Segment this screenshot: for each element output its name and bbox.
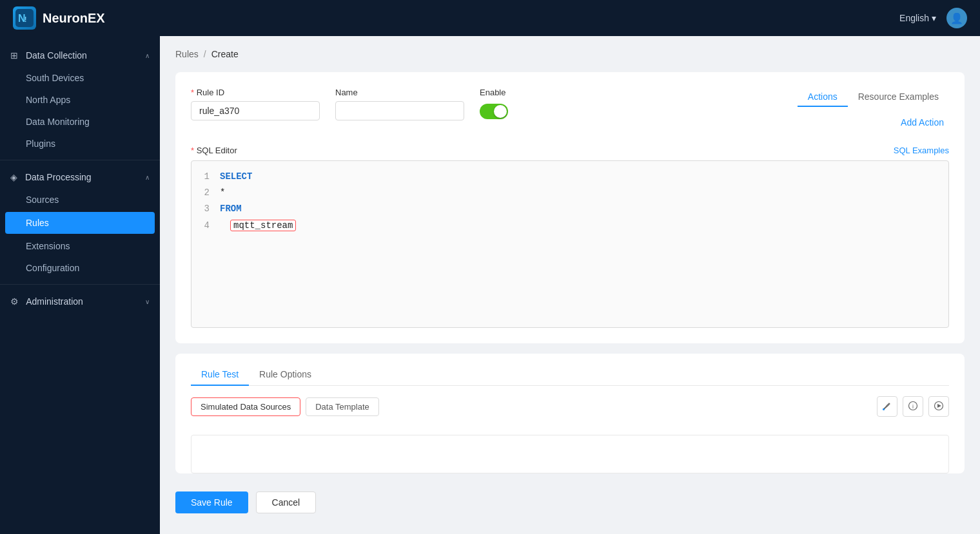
sidebar-data-processing-section: ◈ Data Processing ∧ Sources Rules Extens… [0, 163, 160, 281]
breadcrumb-current: Create [211, 49, 239, 59]
play-tool-button[interactable] [928, 396, 949, 417]
breadcrumb-rules-link[interactable]: Rules [175, 49, 199, 59]
sidebar-item-sources[interactable]: Sources [0, 189, 160, 211]
sim-buttons-row: Simulated Data Sources Data Template [191, 396, 949, 427]
name-group: Name [335, 88, 464, 120]
sql-examples-link[interactable]: SQL Examples [894, 146, 949, 155]
sidebar-item-extensions[interactable]: Extensions [0, 235, 160, 257]
app-name: NeuronEX [43, 11, 105, 26]
sql-header: * SQL Editor SQL Examples [191, 146, 949, 155]
data-processing-arrow: ∧ [145, 174, 150, 181]
navbar: N ! NeuronEX English ▾ 👤 [0, 0, 980, 36]
actions-section: Actions Resource Examples Add Action [798, 88, 949, 130]
content-area: Rules / Create * Rule ID Name [160, 36, 980, 534]
administration-arrow: ∨ [145, 298, 150, 305]
sql-line-3: 3 FROM [199, 201, 941, 217]
rule-tab-options[interactable]: Rule Options [249, 364, 322, 386]
app-logo[interactable]: N ! NeuronEX [13, 6, 105, 30]
svg-marker-7 [937, 404, 941, 408]
tab-actions[interactable]: Actions [798, 88, 848, 107]
sidebar-item-plugins[interactable]: Plugins [0, 133, 160, 155]
sim-content-area [191, 435, 949, 473]
sql-line-2: 2 * [199, 185, 941, 201]
info-tool-button[interactable]: i [903, 396, 923, 417]
avatar[interactable]: 👤 [946, 8, 967, 28]
sql-label: * SQL Editor [191, 146, 237, 155]
sidebar-item-south-devices[interactable]: South Devices [0, 67, 160, 89]
rule-tab-test[interactable]: Rule Test [191, 364, 249, 386]
administration-icon: ⚙ [10, 296, 19, 307]
enable-group: Enable [480, 88, 508, 119]
sidebar-group-data-processing[interactable]: ◈ Data Processing ∧ [0, 166, 160, 189]
enable-toggle[interactable] [480, 104, 508, 119]
data-template-button[interactable]: Data Template [306, 397, 379, 416]
name-input[interactable] [335, 101, 464, 120]
info-icon: i [908, 401, 918, 413]
breadcrumb: Rules / Create [175, 49, 965, 59]
breadcrumb-separator: / [204, 49, 206, 59]
sql-editor-section: * SQL Editor SQL Examples 1 SELECT 2 * [191, 146, 949, 328]
sidebar-group-data-collection[interactable]: ⊞ Data Collection ∧ [0, 44, 160, 67]
play-icon [934, 401, 944, 413]
sql-editor[interactable]: 1 SELECT 2 * 3 FROM 4 mqtt_stream [191, 160, 949, 328]
rule-tabs-header: Rule Test Rule Options [191, 364, 949, 386]
data-processing-icon: ◈ [10, 172, 17, 182]
sidebar: ⊞ Data Collection ∧ South Devices North … [0, 36, 160, 534]
main-layout: ⊞ Data Collection ∧ South Devices North … [0, 36, 980, 534]
sql-line-1: 1 SELECT [199, 169, 941, 185]
toggle-thumb [494, 105, 507, 118]
cancel-button[interactable]: Cancel [256, 491, 317, 513]
sidebar-divider-2 [0, 284, 160, 285]
svg-text:!: ! [24, 16, 26, 23]
sidebar-item-north-apps[interactable]: North Apps [0, 89, 160, 111]
sidebar-data-collection-section: ⊞ Data Collection ∧ South Devices North … [0, 41, 160, 157]
language-selector[interactable]: English ▾ [899, 13, 936, 23]
bottom-buttons: Save Rule Cancel [175, 484, 965, 521]
rule-id-group: * Rule ID [191, 88, 320, 120]
sidebar-group-administration[interactable]: ⚙ Administration ∨ [0, 290, 160, 313]
navbar-right: English ▾ 👤 [899, 8, 967, 28]
brush-tool-button[interactable] [877, 396, 897, 417]
sidebar-item-data-monitoring[interactable]: Data Monitoring [0, 111, 160, 133]
sql-mqtt-stream: mqtt_stream [230, 220, 296, 231]
enable-label: Enable [480, 88, 508, 97]
sql-line-4: 4 mqtt_stream [199, 218, 941, 234]
rule-id-input[interactable] [191, 101, 320, 120]
name-label: Name [335, 88, 464, 97]
svg-text:i: i [912, 403, 914, 410]
actions-tabs: Actions Resource Examples [798, 88, 949, 107]
sim-toolbar: i [877, 396, 949, 417]
sidebar-item-rules[interactable]: Rules [5, 212, 155, 234]
save-rule-button[interactable]: Save Rule [175, 491, 248, 513]
data-collection-icon: ⊞ [10, 50, 18, 61]
sidebar-divider-1 [0, 160, 160, 160]
tab-resource-examples[interactable]: Resource Examples [848, 88, 949, 107]
sidebar-administration-section: ⚙ Administration ∨ [0, 287, 160, 316]
add-action-area: Add Action [896, 107, 949, 130]
simulated-data-sources-button[interactable]: Simulated Data Sources [191, 397, 300, 416]
data-collection-arrow: ∧ [145, 52, 150, 59]
add-action-button[interactable]: Add Action [896, 115, 949, 130]
svg-point-3 [883, 408, 885, 410]
logo-icon: N ! [13, 6, 36, 30]
rule-id-label: * Rule ID [191, 88, 320, 97]
rule-tabs-card: Rule Test Rule Options Simulated Data So… [175, 354, 965, 473]
sidebar-item-configuration[interactable]: Configuration [0, 257, 160, 279]
brush-icon [882, 401, 892, 413]
rule-form-card: * Rule ID Name Enable [175, 72, 965, 343]
